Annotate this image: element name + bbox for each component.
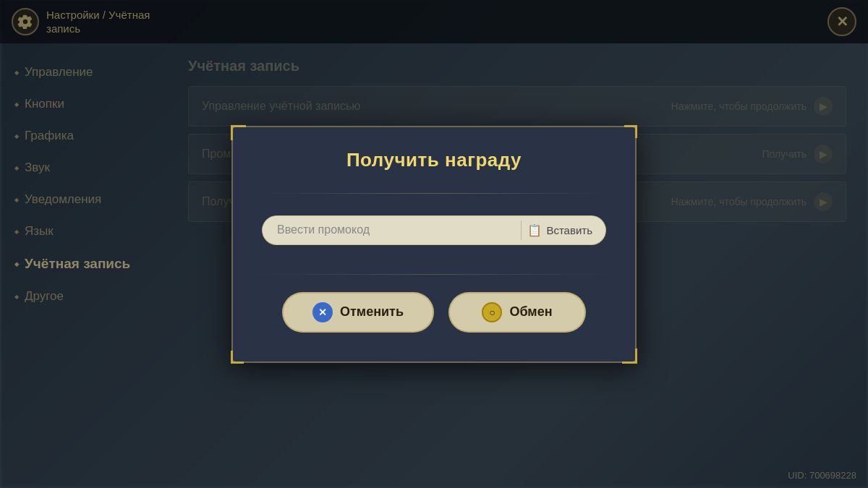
paste-button[interactable]: 📋 Вставить — [521, 221, 598, 240]
modal-overlay: Получить награду 📋 Вставить ✕ Отменить ○… — [0, 0, 868, 488]
modal-divider-top — [262, 193, 606, 194]
exchange-label: Обмен — [509, 304, 552, 320]
promo-input[interactable] — [277, 223, 521, 236]
modal-divider-bottom — [255, 274, 613, 275]
promo-input-row: 📋 Вставить — [262, 215, 606, 245]
cancel-icon: ✕ — [312, 302, 333, 322]
modal-button-row: ✕ Отменить ○ Обмен — [262, 292, 606, 333]
cancel-label: Отменить — [340, 304, 404, 320]
exchange-button[interactable]: ○ Обмен — [448, 292, 586, 333]
exchange-icon: ○ — [482, 302, 502, 322]
modal-title: Получить награду — [262, 149, 606, 171]
paste-label: Вставить — [546, 224, 592, 236]
corner-decoration-tr — [624, 125, 637, 138]
cancel-button[interactable]: ✕ Отменить — [282, 292, 434, 333]
modal-dialog: Получить награду 📋 Вставить ✕ Отменить ○… — [231, 126, 637, 363]
corner-decoration-bl — [231, 351, 244, 364]
paste-icon: 📋 — [527, 223, 542, 237]
